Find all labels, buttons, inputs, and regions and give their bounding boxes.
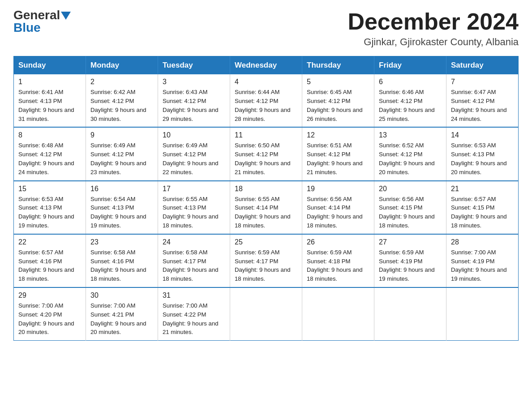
day-number: 21: [451, 185, 514, 193]
day-number: 30: [90, 291, 153, 300]
day-number: 25: [235, 238, 297, 246]
day-info: Sunrise: 6:56 AMSunset: 4:15 PMDaylight:…: [379, 195, 442, 230]
calendar-cell: 25Sunrise: 6:59 AMSunset: 4:17 PMDayligh…: [230, 234, 302, 287]
day-number: 2: [90, 78, 153, 86]
week-row-4: 22Sunrise: 6:57 AMSunset: 4:16 PMDayligh…: [14, 234, 519, 287]
day-info: Sunrise: 7:00 AMSunset: 4:19 PMDaylight:…: [451, 248, 514, 283]
calendar-cell: 3Sunrise: 6:43 AMSunset: 4:12 PMDaylight…: [158, 74, 230, 127]
day-info: Sunrise: 6:47 AMSunset: 4:12 PMDaylight:…: [451, 88, 514, 123]
weekday-header-tuesday: Tuesday: [158, 56, 230, 75]
day-info: Sunrise: 7:00 AMSunset: 4:21 PMDaylight:…: [90, 301, 153, 337]
day-info: Sunrise: 6:57 AMSunset: 4:15 PMDaylight:…: [451, 195, 514, 230]
calendar-cell: 30Sunrise: 7:00 AMSunset: 4:21 PMDayligh…: [86, 287, 158, 341]
day-info: Sunrise: 6:59 AMSunset: 4:18 PMDaylight:…: [307, 248, 369, 283]
calendar-cell: 13Sunrise: 6:52 AMSunset: 4:12 PMDayligh…: [374, 127, 446, 180]
day-number: 17: [163, 185, 225, 193]
weekday-header-friday: Friday: [374, 56, 446, 75]
title-block: December 2024 Gjinkar, Gjirokaster Count…: [348, 9, 519, 48]
calendar-cell: [230, 287, 302, 341]
location-subtitle: Gjinkar, Gjirokaster County, Albania: [348, 36, 519, 48]
logo-triangle-icon: [61, 12, 71, 20]
calendar-cell: 9Sunrise: 6:49 AMSunset: 4:12 PMDaylight…: [86, 127, 158, 180]
weekday-header-row: SundayMondayTuesdayWednesdayThursdayFrid…: [14, 56, 519, 75]
day-number: 18: [235, 185, 297, 193]
calendar-table: SundayMondayTuesdayWednesdayThursdayFrid…: [13, 56, 519, 341]
day-number: 12: [307, 131, 369, 139]
month-title: December 2024: [348, 9, 519, 34]
day-info: Sunrise: 6:45 AMSunset: 4:12 PMDaylight:…: [307, 88, 369, 123]
day-info: Sunrise: 6:42 AMSunset: 4:12 PMDaylight:…: [90, 88, 153, 123]
day-info: Sunrise: 7:00 AMSunset: 4:22 PMDaylight:…: [163, 301, 225, 337]
calendar-cell: 8Sunrise: 6:48 AMSunset: 4:12 PMDaylight…: [14, 127, 86, 180]
day-number: 20: [379, 185, 442, 193]
day-number: 23: [90, 238, 153, 246]
weekday-header-saturday: Saturday: [446, 56, 519, 75]
day-number: 14: [451, 131, 514, 139]
calendar-cell: 19Sunrise: 6:56 AMSunset: 4:14 PMDayligh…: [302, 181, 374, 234]
day-info: Sunrise: 6:53 AMSunset: 4:13 PMDaylight:…: [18, 195, 81, 230]
calendar-cell: 29Sunrise: 7:00 AMSunset: 4:20 PMDayligh…: [14, 287, 86, 341]
weekday-header-sunday: Sunday: [14, 56, 86, 75]
week-row-1: 1Sunrise: 6:41 AMSunset: 4:13 PMDaylight…: [14, 74, 519, 127]
day-number: 16: [90, 185, 153, 193]
calendar-cell: 14Sunrise: 6:53 AMSunset: 4:13 PMDayligh…: [446, 127, 519, 180]
calendar-cell: 27Sunrise: 6:59 AMSunset: 4:19 PMDayligh…: [374, 234, 446, 287]
calendar-cell: 1Sunrise: 6:41 AMSunset: 4:13 PMDaylight…: [14, 74, 86, 127]
day-number: 28: [451, 238, 514, 246]
weekday-header-thursday: Thursday: [302, 56, 374, 75]
logo-general-text: General: [13, 9, 60, 21]
day-number: 10: [163, 131, 225, 139]
page-header: General Blue December 2024 Gjinkar, Gjir…: [13, 9, 519, 48]
day-number: 11: [235, 131, 297, 139]
calendar-cell: 31Sunrise: 7:00 AMSunset: 4:22 PMDayligh…: [158, 287, 230, 341]
calendar-cell: 11Sunrise: 6:50 AMSunset: 4:12 PMDayligh…: [230, 127, 302, 180]
day-number: 22: [18, 238, 81, 246]
calendar-cell: 4Sunrise: 6:44 AMSunset: 4:12 PMDaylight…: [230, 74, 302, 127]
calendar-cell: 22Sunrise: 6:57 AMSunset: 4:16 PMDayligh…: [14, 234, 86, 287]
day-number: 6: [379, 78, 442, 86]
day-number: 3: [163, 78, 225, 86]
day-number: 7: [451, 78, 514, 86]
week-row-5: 29Sunrise: 7:00 AMSunset: 4:20 PMDayligh…: [14, 287, 519, 341]
day-info: Sunrise: 7:00 AMSunset: 4:20 PMDaylight:…: [18, 301, 81, 337]
day-number: 5: [307, 78, 369, 86]
day-info: Sunrise: 6:41 AMSunset: 4:13 PMDaylight:…: [18, 88, 81, 123]
calendar-cell: [302, 287, 374, 341]
calendar-cell: 23Sunrise: 6:58 AMSunset: 4:16 PMDayligh…: [86, 234, 158, 287]
day-number: 1: [18, 78, 81, 86]
logo: General Blue: [13, 9, 71, 34]
calendar-cell: 2Sunrise: 6:42 AMSunset: 4:12 PMDaylight…: [86, 74, 158, 127]
day-number: 8: [18, 131, 81, 139]
calendar-cell: 21Sunrise: 6:57 AMSunset: 4:15 PMDayligh…: [446, 181, 519, 234]
day-info: Sunrise: 6:44 AMSunset: 4:12 PMDaylight:…: [235, 88, 297, 123]
day-info: Sunrise: 6:59 AMSunset: 4:17 PMDaylight:…: [235, 248, 297, 283]
day-info: Sunrise: 6:48 AMSunset: 4:12 PMDaylight:…: [18, 141, 81, 176]
day-info: Sunrise: 6:59 AMSunset: 4:19 PMDaylight:…: [379, 248, 442, 283]
day-info: Sunrise: 6:52 AMSunset: 4:12 PMDaylight:…: [379, 141, 442, 176]
day-info: Sunrise: 6:50 AMSunset: 4:12 PMDaylight:…: [235, 141, 297, 176]
calendar-cell: 12Sunrise: 6:51 AMSunset: 4:12 PMDayligh…: [302, 127, 374, 180]
day-info: Sunrise: 6:54 AMSunset: 4:13 PMDaylight:…: [90, 195, 153, 230]
calendar-cell: 24Sunrise: 6:58 AMSunset: 4:17 PMDayligh…: [158, 234, 230, 287]
day-info: Sunrise: 6:58 AMSunset: 4:16 PMDaylight:…: [90, 248, 153, 283]
calendar-cell: 28Sunrise: 7:00 AMSunset: 4:19 PMDayligh…: [446, 234, 519, 287]
day-info: Sunrise: 6:57 AMSunset: 4:16 PMDaylight:…: [18, 248, 81, 283]
calendar-cell: [374, 287, 446, 341]
calendar-cell: 5Sunrise: 6:45 AMSunset: 4:12 PMDaylight…: [302, 74, 374, 127]
calendar-cell: 10Sunrise: 6:49 AMSunset: 4:12 PMDayligh…: [158, 127, 230, 180]
day-info: Sunrise: 6:53 AMSunset: 4:13 PMDaylight:…: [451, 141, 514, 176]
calendar-cell: 6Sunrise: 6:46 AMSunset: 4:12 PMDaylight…: [374, 74, 446, 127]
day-number: 31: [163, 291, 225, 300]
day-info: Sunrise: 6:43 AMSunset: 4:12 PMDaylight:…: [163, 88, 225, 123]
day-info: Sunrise: 6:58 AMSunset: 4:17 PMDaylight:…: [163, 248, 225, 283]
svg-marker-0: [61, 12, 71, 20]
calendar-cell: 18Sunrise: 6:55 AMSunset: 4:14 PMDayligh…: [230, 181, 302, 234]
day-info: Sunrise: 6:51 AMSunset: 4:12 PMDaylight:…: [307, 141, 369, 176]
calendar-cell: [446, 287, 519, 341]
calendar-cell: 7Sunrise: 6:47 AMSunset: 4:12 PMDaylight…: [446, 74, 519, 127]
day-number: 15: [18, 185, 81, 193]
day-number: 29: [18, 291, 81, 300]
week-row-3: 15Sunrise: 6:53 AMSunset: 4:13 PMDayligh…: [14, 181, 519, 234]
calendar-cell: 16Sunrise: 6:54 AMSunset: 4:13 PMDayligh…: [86, 181, 158, 234]
day-number: 24: [163, 238, 225, 246]
